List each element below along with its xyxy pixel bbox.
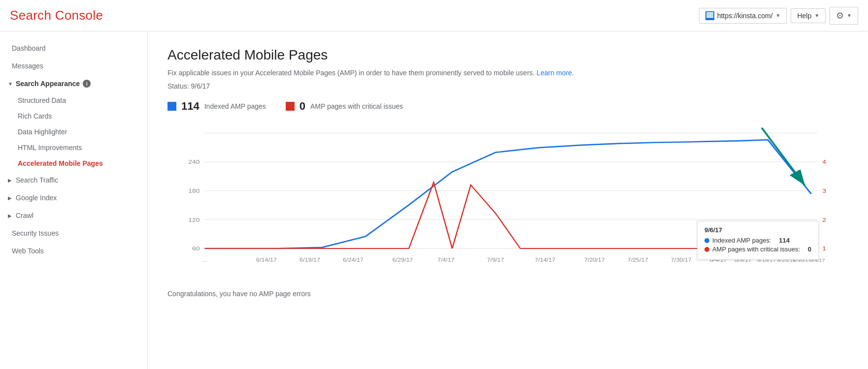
sidebar: Dashboard Messages ▼ Search Appearance i… — [0, 31, 148, 369]
svg-text:120: 120 — [188, 216, 200, 223]
svg-text:7/4/17: 7/4/17 — [437, 257, 455, 263]
main-content: Accelerated Mobile Pages Fix applicable … — [148, 31, 868, 369]
tooltip-blue-dot — [704, 238, 709, 243]
tooltip-date: 9/6/17 — [704, 226, 811, 234]
svg-text:240: 240 — [188, 158, 200, 165]
tooltip-red-row: AMP pages with critical issues: 0 — [704, 246, 811, 253]
critical-count: 0 — [300, 100, 305, 113]
sidebar-item-rich-cards[interactable]: Rich Cards — [0, 108, 147, 124]
svg-text:60: 60 — [192, 245, 200, 252]
svg-text:7/14/17: 7/14/17 — [534, 257, 555, 263]
svg-text:7/9/17: 7/9/17 — [487, 257, 504, 263]
sidebar-item-structured-data[interactable]: Structured Data — [0, 92, 147, 108]
page-heading: Accelerated Mobile Pages — [167, 47, 848, 63]
settings-button[interactable]: ⚙ ▼ — [830, 7, 858, 25]
description-text: Fix applicable issues in your Accelerate… — [167, 69, 534, 77]
svg-text:7/20/17: 7/20/17 — [584, 257, 605, 263]
svg-text:180: 180 — [188, 187, 200, 194]
chart-container: 60 120 180 240 1 2 3 4 — [167, 123, 848, 280]
sidebar-section-search-appearance[interactable]: ▼ Search Appearance i — [0, 75, 147, 92]
tooltip-blue-value: 114 — [779, 237, 790, 244]
svg-text:6/24/17: 6/24/17 — [343, 257, 364, 263]
svg-text:3: 3 — [822, 187, 826, 194]
gear-icon: ⚙ — [836, 10, 844, 21]
red-legend-box — [286, 102, 295, 111]
svg-text:...: ... — [202, 257, 207, 263]
svg-text:7/25/17: 7/25/17 — [628, 257, 648, 263]
expand-icon: ▼ — [8, 81, 13, 87]
svg-rect-0 — [706, 12, 713, 14]
dropdown-arrow-icon: ▼ — [775, 13, 780, 18]
help-label: Help — [797, 12, 811, 20]
svg-text:6/19/17: 6/19/17 — [300, 257, 320, 263]
search-appearance-label: Search Appearance — [16, 80, 80, 88]
svg-text:4: 4 — [822, 158, 826, 165]
indexed-count: 114 — [181, 100, 200, 113]
svg-rect-2 — [706, 16, 713, 18]
sidebar-item-security-issues[interactable]: Security Issues — [0, 224, 147, 242]
triangle-icon: ▶ — [8, 213, 12, 218]
app-title: Search Console — [10, 8, 103, 23]
learn-more-link[interactable]: Learn more. — [536, 69, 573, 77]
status-line: Status: 9/6/17 — [167, 82, 848, 90]
congratulations-text: Congratulations, you have no AMP page er… — [167, 290, 848, 298]
header-controls: https://kinsta.com/ ▼ Help ▼ ⚙ ▼ — [699, 7, 858, 25]
crawl-label: Crawl — [16, 212, 33, 219]
site-selector-button[interactable]: https://kinsta.com/ ▼ — [699, 8, 787, 24]
svg-text:6/14/17: 6/14/17 — [256, 257, 277, 263]
search-traffic-label: Search Traffic — [16, 176, 58, 184]
chart-tooltip: 9/6/17 Indexed AMP pages: 114 AMP pages … — [697, 221, 819, 260]
critical-legend-item: 0 AMP pages with critical issues — [286, 100, 403, 113]
layout: Dashboard Messages ▼ Search Appearance i… — [0, 31, 868, 369]
info-icon: i — [83, 80, 91, 88]
sidebar-item-web-tools[interactable]: Web Tools — [0, 242, 147, 260]
sidebar-item-html-improvements[interactable]: HTML Improvements — [0, 140, 147, 155]
site-icon — [705, 11, 714, 20]
sidebar-item-data-highlighter[interactable]: Data Highlighter — [0, 124, 147, 140]
tooltip-red-dot — [704, 247, 709, 252]
google-index-label: Google Index — [16, 194, 57, 202]
svg-text:1: 1 — [822, 245, 826, 252]
page-description: Fix applicable issues in your Accelerate… — [167, 68, 848, 78]
site-url: https://kinsta.com/ — [717, 12, 773, 20]
svg-text:6/29/17: 6/29/17 — [392, 257, 413, 263]
triangle-icon: ▶ — [8, 195, 12, 201]
critical-label: AMP pages with critical issues — [310, 102, 403, 110]
sidebar-item-amp[interactable]: Accelerated Mobile Pages — [0, 155, 147, 171]
indexed-legend-item: 114 Indexed AMP pages — [167, 100, 266, 113]
tooltip-red-label: AMP pages with critical issues: — [712, 246, 800, 253]
svg-text:2: 2 — [822, 216, 826, 223]
help-dropdown-icon: ▼ — [814, 13, 819, 18]
legend: 114 Indexed AMP pages 0 AMP pages with c… — [167, 100, 848, 113]
svg-text:7/30/17: 7/30/17 — [671, 257, 692, 263]
settings-dropdown-icon: ▼ — [847, 13, 852, 18]
tooltip-red-value: 0 — [808, 246, 811, 253]
sidebar-item-crawl[interactable]: ▶ Crawl — [0, 207, 147, 224]
triangle-icon: ▶ — [8, 178, 12, 183]
indexed-label: Indexed AMP pages — [204, 102, 266, 110]
tooltip-blue-row: Indexed AMP pages: 114 — [704, 237, 811, 244]
svg-line-35 — [762, 128, 805, 185]
svg-rect-1 — [706, 14, 713, 16]
sidebar-item-search-traffic[interactable]: ▶ Search Traffic — [0, 171, 147, 189]
sidebar-item-messages[interactable]: Messages — [0, 57, 147, 75]
header: Search Console https://kinsta.com/ ▼ Hel… — [0, 0, 868, 31]
help-button[interactable]: Help ▼ — [791, 8, 826, 23]
tooltip-blue-label: Indexed AMP pages: — [712, 237, 771, 244]
sidebar-item-dashboard[interactable]: Dashboard — [0, 39, 147, 57]
blue-legend-box — [167, 102, 176, 111]
sidebar-item-google-index[interactable]: ▶ Google Index — [0, 189, 147, 207]
